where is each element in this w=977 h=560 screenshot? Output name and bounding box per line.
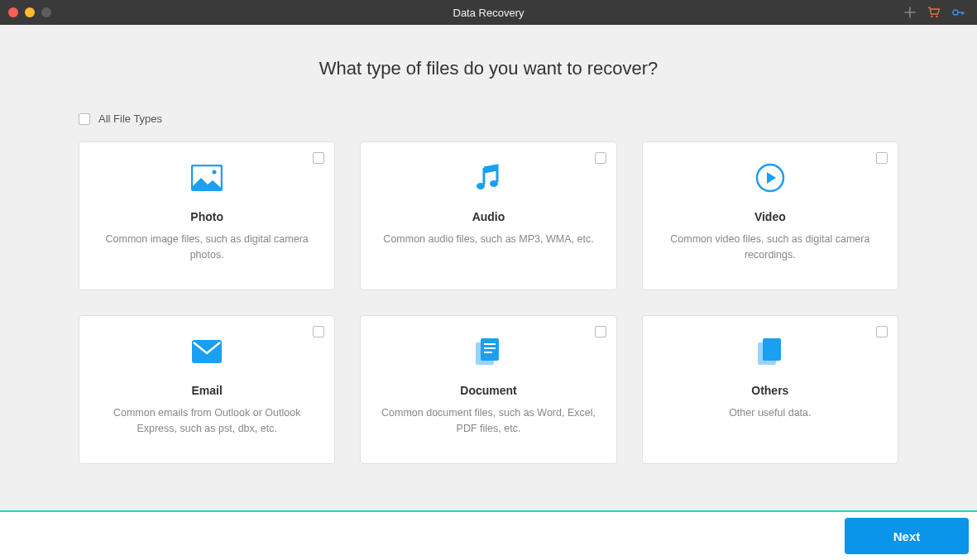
svg-point-1: [936, 16, 937, 17]
window-zoom-button[interactable]: [41, 7, 51, 17]
card-audio[interactable]: Audio Common audio files, such as MP3, W…: [360, 141, 616, 290]
footer: Next: [0, 510, 977, 560]
card-desc: Common video files, such as digital came…: [643, 232, 898, 263]
all-file-types-label: All File Types: [98, 112, 162, 125]
card-document-checkbox[interactable]: [595, 326, 606, 337]
email-icon: [191, 331, 223, 372]
all-file-types-checkbox[interactable]: [79, 113, 90, 125]
card-desc: Common document files, such as Word, Exc…: [361, 405, 615, 437]
audio-icon: [474, 157, 502, 199]
card-title: Photo: [190, 210, 223, 223]
card-desc: Common emails from Outlook or Outlook Ex…: [79, 405, 334, 437]
card-video-checkbox[interactable]: [876, 152, 888, 164]
file-type-grid: Photo Common image files, such as digita…: [79, 141, 898, 464]
card-audio-checkbox[interactable]: [595, 152, 606, 164]
card-title: Others: [751, 384, 788, 397]
card-photo[interactable]: Photo Common image files, such as digita…: [79, 141, 335, 290]
card-desc: Common image files, such as digital came…: [79, 232, 334, 263]
titlebar: Data Recovery: [0, 0, 977, 25]
card-document[interactable]: Document Common document files, such as …: [360, 315, 616, 464]
main-content: What type of files do you want to recove…: [0, 25, 977, 464]
svg-rect-10: [481, 338, 499, 361]
card-email-checkbox[interactable]: [313, 326, 324, 337]
card-others[interactable]: Others Other useful data.: [642, 315, 898, 464]
window-close-button[interactable]: [8, 7, 18, 17]
cart-icon[interactable]: [927, 7, 941, 18]
plus-icon[interactable]: [904, 7, 916, 18]
window-title: Data Recovery: [0, 7, 977, 19]
titlebar-right: [904, 7, 965, 18]
card-others-checkbox[interactable]: [876, 326, 888, 337]
card-video[interactable]: Video Common video files, such as digita…: [642, 141, 898, 290]
card-email[interactable]: Email Common emails from Outlook or Outl…: [79, 315, 335, 464]
card-desc: Other useful data.: [709, 405, 831, 421]
svg-rect-12: [763, 338, 781, 361]
card-title: Audio: [472, 210, 505, 223]
svg-point-0: [931, 16, 932, 17]
svg-point-6: [490, 180, 498, 187]
key-icon[interactable]: [952, 7, 965, 18]
window-minimize-button[interactable]: [25, 7, 35, 17]
card-photo-checkbox[interactable]: [313, 152, 324, 164]
card-desc: Common audio files, such as MP3, WMA, et…: [363, 232, 613, 247]
card-title: Video: [754, 210, 786, 223]
card-title: Document: [460, 384, 516, 397]
svg-point-5: [477, 183, 485, 189]
page-heading: What type of files do you want to recove…: [79, 58, 898, 79]
traffic-lights: [8, 7, 51, 17]
svg-point-2: [953, 10, 958, 15]
document-icon: [473, 331, 503, 372]
video-icon: [755, 157, 785, 199]
photo-icon: [191, 157, 223, 199]
others-icon: [755, 331, 785, 372]
card-title: Email: [191, 384, 222, 397]
all-file-types-row[interactable]: All File Types: [79, 112, 898, 125]
next-button[interactable]: Next: [845, 518, 969, 554]
svg-point-4: [213, 170, 217, 175]
